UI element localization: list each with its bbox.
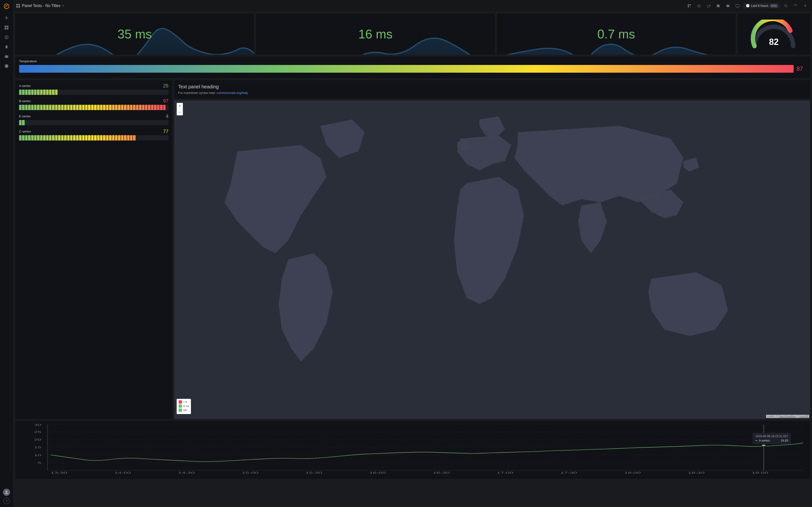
svg-text:17:30: 17:30 <box>560 471 577 474</box>
carto-link[interactable]: CartoDB <box>799 415 808 418</box>
svg-rect-22 <box>690 7 691 7</box>
stat-panel-3: 0.7 ms <box>497 13 735 55</box>
temperature-bar <box>19 65 794 73</box>
svg-text:13:30: 13:30 <box>51 471 67 474</box>
svg-text:10: 10 <box>34 453 42 457</box>
svg-text:18:00: 18:00 <box>624 471 641 474</box>
svg-text:19:00: 19:00 <box>752 471 768 474</box>
osm-link[interactable]: OpenStreetMap <box>779 415 796 418</box>
text-panel-heading: Text panel heading <box>178 84 806 90</box>
bar-gauge-e-series: E-series 4 <box>19 113 168 125</box>
zoom-in-button[interactable]: + <box>176 103 183 109</box>
b-series-value: 97 <box>163 98 168 104</box>
c-series-value: 77 <box>163 129 168 134</box>
zoom-out-button[interactable]: − <box>176 109 183 115</box>
a-series-bar <box>19 90 168 95</box>
svg-rect-2 <box>5 18 8 18</box>
topbar-title: Panel Tests - No Titles ▾ <box>16 4 64 8</box>
sidebar-logo[interactable] <box>2 2 11 11</box>
svg-point-0 <box>4 4 9 9</box>
row-bar-gauges: A-series 25 B-series 97 <box>15 80 810 419</box>
tooltip-series-value: 24.83 <box>778 439 788 442</box>
svg-rect-26 <box>736 4 739 7</box>
temperature-bar-container: 87 <box>19 65 806 73</box>
sidebar-item-dashboards[interactable] <box>2 23 11 32</box>
bar-gauge-panel: A-series 25 B-series 97 <box>15 80 172 419</box>
legend-color-high <box>179 408 182 412</box>
add-panel-button[interactable] <box>686 2 693 10</box>
refresh-button[interactable] <box>792 2 800 10</box>
stat-value-1: 35 ms <box>117 27 152 41</box>
sidebar-item-add[interactable] <box>2 13 11 22</box>
text-panel-body: For markdown syntax help: commonmark.org… <box>178 91 806 95</box>
search-button[interactable] <box>782 2 790 10</box>
tooltip-series-dot <box>755 440 757 441</box>
stat-panel-2: 16 ms <box>256 13 495 55</box>
text-panel: Text panel heading For markdown syntax h… <box>174 80 810 99</box>
star-button[interactable] <box>695 2 703 10</box>
tooltip-series-name: A-series: <box>759 439 770 442</box>
bar-gauge-c-series: C-series 77 <box>19 129 168 140</box>
svg-text:5: 5 <box>38 461 41 464</box>
b-series-name: B-series <box>19 99 31 103</box>
content-area: 35 ms 16 ms <box>13 12 812 507</box>
save-button[interactable] <box>714 2 722 10</box>
bar-gauge-b-series: B-series 97 <box>19 98 168 110</box>
svg-point-7 <box>5 36 8 39</box>
map-attribution: Leaflet | © OpenStreetMap © CartoDB <box>766 415 809 418</box>
svg-text:17:00: 17:00 <box>497 471 513 474</box>
legend-color-low <box>179 404 182 408</box>
tv-button[interactable] <box>734 2 742 10</box>
time-picker[interactable]: 🕐 Last 6 hours UTC <box>743 3 780 8</box>
svg-rect-14 <box>16 4 18 6</box>
sidebar-item-configuration[interactable] <box>2 52 11 61</box>
svg-point-8 <box>6 37 7 38</box>
world-map <box>174 101 810 419</box>
more-button[interactable]: ▾ <box>801 2 809 10</box>
line-chart-panel: 5 10 15 20 25 30 13:30 14:00 14:30 15:00… <box>15 421 810 479</box>
svg-point-59 <box>761 444 766 446</box>
temperature-value: 87 <box>797 65 806 72</box>
gauge-panel: 82 <box>738 13 810 55</box>
legend-item-high: 10+ <box>179 408 189 412</box>
svg-rect-4 <box>7 25 8 27</box>
svg-marker-23 <box>697 4 701 7</box>
sidebar-item-help[interactable]: ? <box>3 498 10 504</box>
svg-text:16:30: 16:30 <box>433 471 450 474</box>
svg-text:15:30: 15:30 <box>305 471 322 474</box>
utc-label: UTC <box>770 4 778 7</box>
e-series-value: 4 <box>166 113 168 119</box>
stat-panel-1: 35 ms <box>15 13 254 55</box>
markdown-help-link[interactable]: commonmark.org/help <box>217 91 248 95</box>
avatar[interactable] <box>3 489 10 496</box>
clock-icon: 🕐 <box>746 4 750 7</box>
sidebar-bottom: ? <box>3 489 10 505</box>
svg-rect-15 <box>18 4 20 6</box>
tooltip-box: 2019-05-06 19:15:31.627 A-series: 24.83 <box>753 433 791 444</box>
e-series-bar <box>19 120 168 125</box>
svg-rect-5 <box>5 28 6 30</box>
svg-rect-3 <box>5 25 6 27</box>
svg-rect-19 <box>690 4 691 6</box>
share-button[interactable] <box>705 2 712 10</box>
sidebar-item-explore[interactable] <box>2 33 11 42</box>
sidebar: ? <box>0 0 13 507</box>
right-panels: Text panel heading For markdown syntax h… <box>174 80 810 419</box>
map-panel: + − <box>174 101 810 419</box>
a-series-name: A-series <box>19 84 31 88</box>
map-legend: < 0 0–10 10+ <box>176 399 191 414</box>
map-controls: + − <box>176 103 183 115</box>
main-area: Panel Tests - No Titles ▾ 🕐 <box>13 0 812 507</box>
legend-color-negative <box>179 400 182 404</box>
svg-text:25: 25 <box>34 430 42 433</box>
dropdown-arrow[interactable]: ▾ <box>62 4 64 7</box>
sidebar-item-shield[interactable] <box>2 62 11 70</box>
settings-button[interactable] <box>724 2 732 10</box>
sidebar-item-alerting[interactable] <box>2 43 11 51</box>
time-range-label: Last 6 hours <box>751 4 768 7</box>
tooltip-date: 2019-05-06 19:15:31.627 <box>755 435 788 438</box>
svg-rect-17 <box>18 6 20 8</box>
stat-value-3: 0.7 ms <box>597 27 635 41</box>
topbar: Panel Tests - No Titles ▾ 🕐 <box>13 0 812 12</box>
svg-text:16:00: 16:00 <box>369 471 386 474</box>
